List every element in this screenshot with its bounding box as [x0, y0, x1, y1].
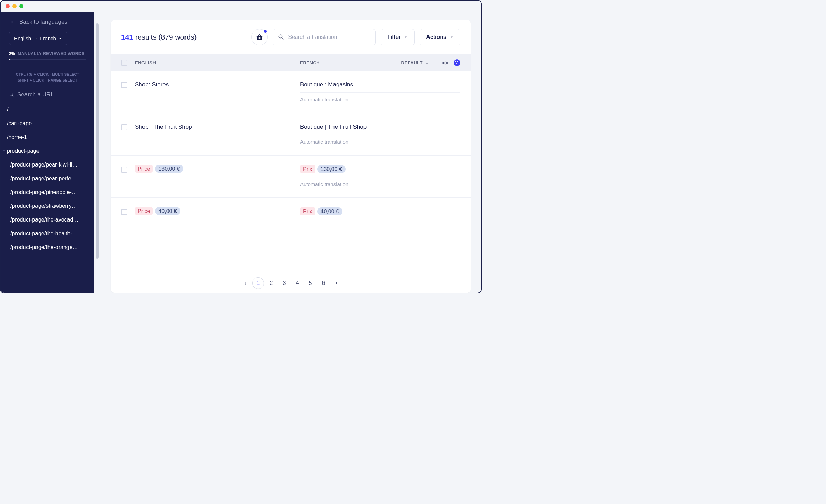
results-text: results (879 words) [135, 33, 197, 41]
selection-hints: CTRL / ⌘ + CLICK - MULTI SELECT SHIFT + … [1, 67, 94, 88]
english-text: Shop: Stores [135, 81, 300, 88]
page-number-button[interactable]: 1 [252, 277, 264, 289]
chevron-down-icon [403, 35, 408, 40]
search-input[interactable] [288, 34, 371, 40]
sidebar: Back to languages English → French 2% MA… [1, 12, 94, 293]
row-checkbox[interactable] [121, 167, 127, 173]
back-label: Back to languages [19, 19, 67, 25]
url-item[interactable]: /product-page/pear-kiwi-li… [1, 158, 94, 172]
chevron-down-icon [449, 35, 454, 40]
column-english: ENGLISH [135, 60, 300, 65]
url-item[interactable]: /product-page/pear-perfe… [1, 172, 94, 185]
url-search[interactable]: Search a URL [1, 88, 94, 103]
url-item[interactable]: /product-page/the-avocad… [1, 213, 94, 227]
table-body: Shop: StoresBoutique : MagasinsAutomatic… [111, 71, 471, 293]
search-icon [9, 92, 14, 97]
cart-button[interactable] [251, 29, 268, 45]
row-checkbox[interactable] [121, 209, 127, 215]
table-row: Price40,00 €Prix40,00 € [111, 198, 471, 230]
lang-to: French [40, 35, 56, 41]
column-french: FRENCH [300, 60, 388, 65]
language-pair-selector[interactable]: English → French [9, 32, 67, 45]
field-value-badge: 130,00 € [317, 165, 346, 173]
page-number-button[interactable]: 4 [292, 277, 303, 289]
actions-label: Actions [426, 34, 446, 40]
url-list: //cart-page/home-1product-page/product-p… [1, 103, 94, 254]
table-row: Shop | The Fruit ShopBoutique | The Frui… [111, 113, 471, 156]
field-label-badge: Prix [300, 207, 315, 215]
url-item[interactable]: /product-page/the-health-… [1, 227, 94, 240]
url-item[interactable]: /product-page/the-orange… [1, 240, 94, 254]
row-checkbox[interactable] [121, 82, 127, 88]
progress-row: 2% MANUALLY REVIEWED WORDS [1, 51, 94, 59]
arrow-left-icon [10, 19, 16, 25]
back-to-languages-link[interactable]: Back to languages [1, 12, 94, 32]
page-number-button[interactable]: 2 [265, 277, 277, 289]
minimize-window-icon[interactable] [12, 4, 17, 8]
actions-button[interactable]: Actions [420, 29, 460, 45]
scrollbar-thumb[interactable] [96, 23, 99, 259]
sidebar-scrollbar[interactable] [94, 12, 100, 293]
chevron-down-icon [58, 36, 62, 41]
url-item[interactable]: /home-1 [1, 130, 94, 144]
progress-label: MANUALLY REVIEWED WORDS [18, 51, 84, 56]
results-count: 141 [121, 33, 133, 41]
palette-icon[interactable] [454, 59, 460, 66]
arrow-right-icon: → [33, 36, 38, 41]
filter-label: Filter [387, 34, 401, 40]
translation-search[interactable] [273, 29, 376, 45]
arrow-right-icon [334, 280, 339, 286]
select-all-checkbox[interactable] [121, 60, 127, 66]
results-summary: 141 results (879 words) [121, 33, 197, 41]
table-row: Shop: StoresBoutique : MagasinsAutomatic… [111, 71, 471, 113]
code-view-icon[interactable]: <> [442, 60, 449, 66]
notification-badge-icon [263, 29, 267, 33]
prev-page-button[interactable] [239, 277, 251, 289]
translation-note: Automatic translation [300, 177, 460, 187]
url-item[interactable]: / [1, 103, 94, 117]
lang-from: English [14, 35, 31, 41]
arrow-left-icon [242, 280, 248, 286]
url-item[interactable]: /cart-page [1, 117, 94, 130]
french-text[interactable]: Boutique | The Fruit Shop [300, 124, 460, 135]
search-icon [278, 34, 285, 41]
hint-multi-select: CTRL / ⌘ + CLICK - MULTI SELECT [9, 72, 86, 77]
field-value-badge: 130,00 € [155, 165, 183, 173]
column-default-sort[interactable]: DEFAULT [388, 60, 430, 65]
page-number-button[interactable]: 3 [278, 277, 290, 289]
translation-note: Automatic translation [300, 135, 460, 145]
filter-button[interactable]: Filter [381, 29, 415, 45]
pagination: 123456 [111, 273, 471, 293]
url-item[interactable]: /product-page/pineapple-… [1, 185, 94, 199]
url-search-placeholder: Search a URL [17, 91, 54, 98]
window-titlebar [1, 1, 481, 12]
row-checkbox[interactable] [121, 124, 127, 130]
translation-note: Automatic translation [300, 93, 460, 103]
maximize-window-icon[interactable] [19, 4, 23, 8]
french-text[interactable]: Boutique : Magasins [300, 81, 460, 93]
progress-bar [9, 59, 86, 60]
field-label-badge: Price [135, 165, 153, 173]
arrow-down-icon [425, 60, 430, 65]
main-content: 141 results (879 words) Filter [100, 12, 481, 293]
column-default-label: DEFAULT [401, 60, 423, 65]
table-header: ENGLISH FRENCH DEFAULT <> [111, 54, 471, 71]
content-header: 141 results (879 words) Filter [111, 20, 471, 54]
page-number-button[interactable]: 5 [305, 277, 316, 289]
field-value-badge: 40,00 € [155, 207, 180, 215]
english-text: Shop | The Fruit Shop [135, 124, 300, 130]
hint-range-select: SHIFT + CLICK - RANGE SELECT [9, 77, 86, 83]
close-window-icon[interactable] [6, 4, 10, 8]
field-value-badge: 40,00 € [317, 207, 342, 215]
url-folder-product-page[interactable]: product-page [1, 144, 94, 158]
url-item[interactable]: /product-page/strawberry… [1, 199, 94, 213]
table-row: Price130,00 €Prix130,00 €Automatic trans… [111, 156, 471, 198]
french-text[interactable]: Prix40,00 € [300, 208, 460, 219]
progress-percent: 2% [9, 51, 15, 56]
page-number-button[interactable]: 6 [318, 277, 329, 289]
field-label-badge: Prix [300, 165, 315, 173]
field-label-badge: Price [135, 207, 153, 215]
basket-icon [256, 34, 263, 41]
next-page-button[interactable] [331, 277, 342, 289]
french-text[interactable]: Prix130,00 € [300, 166, 460, 177]
